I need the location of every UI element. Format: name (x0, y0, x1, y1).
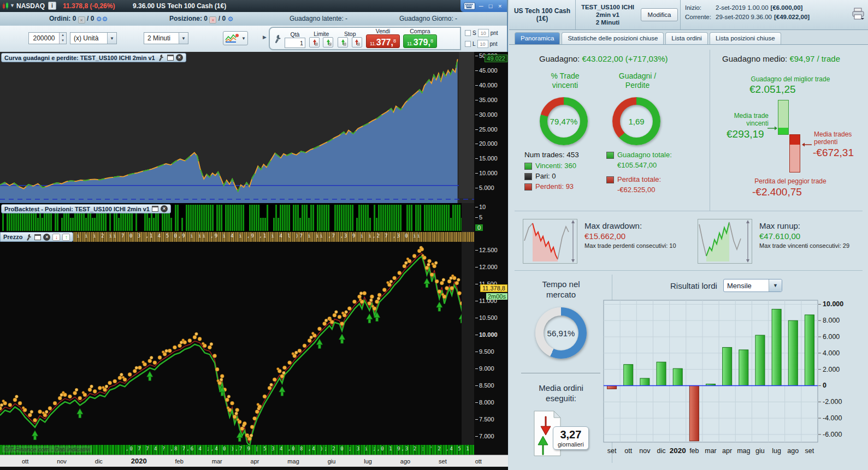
positions-current-label: 0 (475, 224, 483, 231)
s-points-input[interactable]: 10 (478, 29, 489, 37)
tab-panoramica[interactable]: Panoramica (515, 32, 560, 44)
close-icon[interactable]: × (43, 234, 50, 241)
stepper-arrows[interactable]: ▲▼ (59, 33, 66, 44)
l-points-input[interactable]: 10 (477, 40, 488, 48)
s-label: S (473, 30, 476, 36)
chevron-down-icon[interactable]: ▼ (107, 33, 116, 44)
detach-window-icon[interactable] (152, 206, 158, 212)
legend-item: Perdenti: 93 (524, 182, 579, 192)
worst-trade-value: -€2.400,75 (752, 186, 802, 198)
avg-gain-value: €94,97 / trade (789, 54, 840, 63)
info-icon[interactable]: i (48, 2, 56, 10)
buy-limit-button[interactable] (309, 37, 320, 47)
buy-marker-toggle-icon[interactable]: ↑ (62, 234, 70, 241)
svg-text:0: 0 (823, 382, 826, 389)
cancel-orders-icon[interactable]: × (78, 16, 85, 23)
collapse-trade-panel-icon[interactable]: ▶ (263, 34, 267, 40)
max-runup-value: €47.610,00 (759, 231, 849, 241)
order-size-values: i i i 2 ii 7 0 3 ,1 4 5 0,9 i ii ,9 i 4 … (76, 233, 426, 239)
qta-input[interactable] (285, 38, 305, 48)
chevron-down-icon[interactable]: ▼ (179, 33, 188, 44)
print-icon[interactable] (852, 8, 865, 20)
buy-stop-button[interactable] (338, 37, 348, 47)
legend-label: Pari: 0 (535, 171, 556, 181)
price-chart-title-pill: Prezzo × ↓ ↑ (0, 232, 73, 242)
period-select[interactable]: Mensile▼ (723, 279, 782, 292)
compra-group: Compra 11.379,8 (403, 28, 437, 48)
detach-window-icon[interactable] (167, 55, 174, 61)
modify-button[interactable]: Modifica (641, 8, 678, 21)
wrench-icon[interactable] (157, 54, 165, 61)
avg-loss-arrow-icon (802, 142, 812, 147)
tab-statistiche-delle-posizioni-chiuse[interactable]: Statistiche delle posizioni chiuse (562, 32, 664, 44)
close-position-icon[interactable]: × (209, 16, 216, 23)
orders-status-bar: Ordini: 0 × / 0 ⚙⚙ Posizione: 0 × / 0 ⚙ … (0, 12, 507, 26)
axis-tick: 9.500 (475, 348, 494, 355)
minimize-icon[interactable]: ─ (477, 2, 485, 10)
avg-loss-label: Media tradesperdenti (814, 130, 863, 146)
chart-type-button[interactable]: ▼ (223, 31, 248, 45)
svg-text:set: set (607, 447, 617, 455)
position-size-strip: ©IT-Finance.com - Dati indicativi ,0 7 7… (0, 445, 474, 455)
sell-marker-toggle-icon[interactable]: ↓ (52, 234, 60, 241)
tab-lista-ordini[interactable]: Lista ordini (665, 32, 708, 44)
buy-button[interactable]: 11.379,8 (403, 34, 437, 48)
gain-swatch (606, 152, 614, 159)
keyboard-icon[interactable] (464, 2, 475, 10)
quantity-stepper[interactable]: 200000 ▲▼ (28, 32, 67, 44)
position-settings-gear-icon[interactable]: ⚙ (227, 15, 233, 23)
svg-text:2020: 2020 (670, 447, 686, 455)
sell-stop-button[interactable] (352, 37, 362, 47)
legend-swatch (524, 173, 532, 180)
max-drawdown-label: Max drawdown: (584, 221, 676, 230)
stop-group: Stop (337, 31, 362, 48)
limit-checkbox[interactable] (465, 41, 471, 47)
position-count: 0 (204, 15, 208, 22)
close-icon[interactable]: × (161, 205, 168, 212)
start-date: 2-set-2019 1.00.00 (716, 3, 769, 13)
start-label: Inizio: (685, 3, 713, 13)
stop-label: Stop (344, 31, 356, 37)
candlestick-icon (2, 2, 9, 10)
timeframe-select[interactable]: 2 Minuti▼ (144, 32, 188, 44)
svg-text:2.000: 2.000 (823, 366, 840, 373)
instrument-dropdown-icon[interactable]: ▼ (10, 3, 15, 8)
maximize-icon[interactable]: □ (487, 2, 494, 10)
start-capital: [€6.000,00] (771, 3, 803, 13)
legend-item: Pari: 0 (524, 171, 579, 181)
orders-settings-gear-icon[interactable]: ⚙⚙ (96, 15, 108, 23)
unit-select[interactable]: (x) Unità▼ (70, 32, 117, 44)
tab-lista-posizioni-chiuse[interactable]: Lista posizioni chiuse (710, 32, 781, 44)
detach-window-icon[interactable] (34, 234, 41, 240)
qta-label: Qtà (291, 31, 300, 38)
max-runup-block: Max runup: €47.610,00 Max trade vincenti… (759, 221, 849, 249)
svg-text:feb: feb (689, 447, 699, 455)
watermark: ©IT-Finance.com - Dati indicativi (2, 446, 92, 453)
sell-button[interactable]: 11.377,8 (366, 34, 400, 48)
report-tabs: PanoramicaStatistiche delle posizioni ch… (509, 31, 868, 45)
current-price-label: 11.378,8 (480, 284, 507, 292)
wrench-icon[interactable] (25, 234, 32, 241)
chevron-down-icon[interactable]: ▼ (769, 279, 782, 291)
sell-limit-button[interactable] (323, 37, 333, 47)
max-drawdown-block: Max drawdown: €15.662,00 Max trade perde… (584, 221, 676, 249)
total-loss-value: -€62.525,00 (617, 185, 672, 195)
order-entry-panel: Qtà Limite Stop (269, 27, 461, 50)
positions-chart-title-pill: ProBacktest - Posizioni: TEST_US100 ICHI… (1, 204, 171, 213)
avg-win-value: €293,19 (727, 128, 764, 140)
divider (515, 211, 863, 211)
stop-checkbox[interactable] (465, 30, 471, 36)
time-axis-label: giu (328, 458, 336, 465)
time-axis: ottnovdic2020febmaraprmaggiulugagosetott (0, 455, 508, 467)
axis-tick: 45.000 (475, 67, 498, 74)
close-icon[interactable]: × (176, 54, 183, 61)
close-icon[interactable]: × (497, 2, 504, 10)
avg-orders-unit: giornalieri (558, 441, 584, 448)
gross-results-title: Risultati lordi (670, 281, 717, 290)
avg-loss-value: -€672,31 (813, 147, 854, 159)
legend-label: Perdenti: 93 (535, 182, 574, 192)
total-gain-value: €105.547,00 (617, 160, 672, 170)
chevron-down-icon[interactable]: ▼ (241, 36, 246, 41)
wrench-button[interactable] (274, 34, 281, 43)
time-axis-label: ago (400, 458, 410, 465)
